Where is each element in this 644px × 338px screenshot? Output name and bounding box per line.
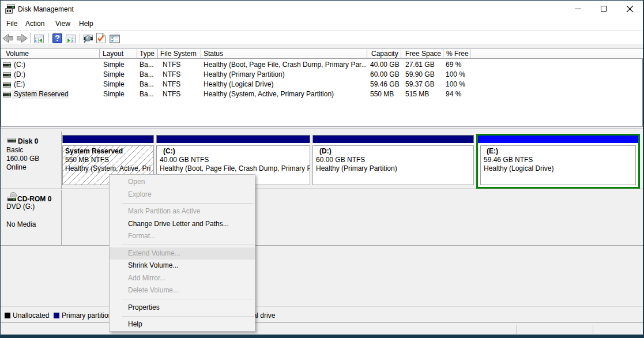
svg-text:?: ? — [55, 33, 60, 43]
